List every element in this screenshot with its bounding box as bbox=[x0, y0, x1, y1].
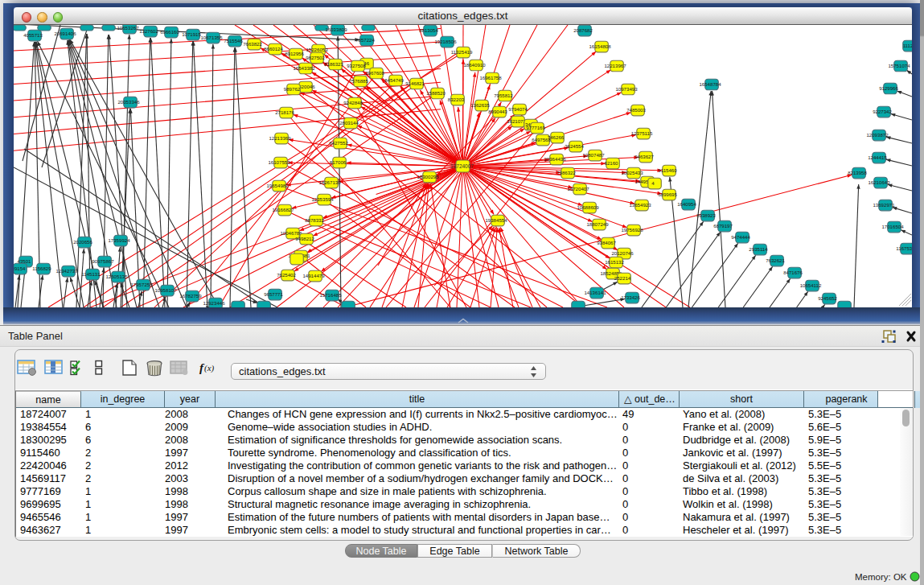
svg-text:3624554: 3624554 bbox=[565, 143, 584, 149]
svg-text:10653267: 10653267 bbox=[117, 25, 139, 31]
svg-text:6879197: 6879197 bbox=[713, 223, 733, 229]
svg-text:9245652: 9245652 bbox=[818, 295, 837, 301]
svg-text:(x): (x) bbox=[204, 363, 215, 373]
svg-text:1362635: 1362635 bbox=[470, 102, 490, 108]
svg-text:10973493: 10973493 bbox=[615, 86, 638, 92]
svg-text:2718176: 2718176 bbox=[275, 109, 294, 115]
svg-text:15720407: 15720407 bbox=[567, 186, 589, 192]
svg-text:989762: 989762 bbox=[284, 86, 301, 92]
svg-text:7625402: 7625402 bbox=[277, 272, 296, 278]
svg-text:9657771: 9657771 bbox=[264, 291, 283, 297]
svg-text:9777169: 9777169 bbox=[526, 125, 545, 130]
svg-text:9498212: 9498212 bbox=[295, 236, 314, 241]
svg-text:18724007: 18724007 bbox=[450, 163, 474, 169]
svg-text:2803144: 2803144 bbox=[339, 120, 359, 126]
svg-text:7986322: 7986322 bbox=[556, 170, 576, 175]
svg-text:2020656: 2020656 bbox=[73, 239, 92, 245]
svg-text:252214: 252214 bbox=[614, 275, 631, 281]
svg-text:817006: 817006 bbox=[330, 159, 347, 165]
svg-text:15716485: 15716485 bbox=[319, 292, 342, 298]
svg-text:90975867: 90975867 bbox=[92, 258, 114, 264]
svg-text:1733426: 1733426 bbox=[621, 295, 640, 300]
svg-text:20691406: 20691406 bbox=[54, 31, 76, 36]
svg-text:20120746: 20120746 bbox=[611, 250, 634, 256]
svg-text:12213967: 12213967 bbox=[604, 63, 626, 68]
svg-text:6966160: 6966160 bbox=[160, 29, 179, 35]
svg-text:2087682: 2087682 bbox=[573, 27, 593, 33]
svg-text:746266: 746266 bbox=[548, 134, 565, 140]
svg-text:8813054: 8813054 bbox=[419, 27, 438, 33]
svg-text:16782759: 16782759 bbox=[179, 293, 202, 299]
svg-text:19166827: 19166827 bbox=[272, 207, 294, 212]
svg-text:8990443: 8990443 bbox=[488, 109, 507, 114]
svg-text:9794074: 9794074 bbox=[508, 106, 528, 112]
svg-text:20364436: 20364436 bbox=[544, 156, 566, 162]
svg-text:17016504: 17016504 bbox=[881, 224, 904, 229]
svg-text:9146821: 9146821 bbox=[405, 80, 425, 86]
svg-text:12375115: 12375115 bbox=[631, 130, 653, 136]
svg-text:10654112: 10654112 bbox=[800, 282, 822, 288]
svg-text:8471676: 8471676 bbox=[783, 270, 803, 275]
svg-text:1071915: 1071915 bbox=[182, 31, 201, 37]
svg-text:10025433: 10025433 bbox=[621, 170, 643, 175]
svg-text:9115460: 9115460 bbox=[658, 167, 677, 173]
svg-text:19218506: 19218506 bbox=[434, 39, 457, 44]
svg-text:10688609: 10688609 bbox=[577, 204, 599, 210]
svg-text:8912956: 8912956 bbox=[285, 51, 304, 56]
svg-text:18807249: 18807249 bbox=[586, 221, 609, 227]
svg-text:7663822: 7663822 bbox=[243, 41, 262, 47]
svg-text:12353594: 12353594 bbox=[311, 196, 334, 202]
svg-text:10807487: 10807487 bbox=[582, 152, 605, 158]
svg-text:14136141: 14136141 bbox=[584, 290, 606, 295]
svg-text:8213958: 8213958 bbox=[848, 170, 867, 175]
svg-text:1244415: 1244415 bbox=[868, 154, 887, 160]
svg-text:6899695: 6899695 bbox=[658, 192, 677, 197]
svg-text:14914479: 14914479 bbox=[302, 273, 325, 278]
svg-text:19756928: 19756928 bbox=[621, 227, 643, 233]
svg-text:9474444: 9474444 bbox=[731, 234, 750, 240]
svg-text:16961758: 16961758 bbox=[479, 75, 502, 80]
svg-text:17957253: 17957253 bbox=[130, 282, 153, 287]
svg-text:17359924: 17359924 bbox=[108, 237, 130, 243]
svg-text:7576885: 7576885 bbox=[349, 78, 368, 84]
svg-text:2935114: 2935114 bbox=[749, 246, 768, 252]
svg-text:18640910: 18640910 bbox=[463, 62, 486, 68]
svg-text:9827502: 9827502 bbox=[306, 55, 325, 60]
svg-text:18300295: 18300295 bbox=[417, 174, 439, 179]
svg-text:9227342: 9227342 bbox=[873, 109, 892, 114]
svg-text:12505135: 12505135 bbox=[105, 274, 128, 279]
svg-text:39154: 39154 bbox=[14, 266, 26, 271]
svg-text:1621072: 1621072 bbox=[507, 118, 526, 124]
svg-text:19384554: 19384554 bbox=[485, 217, 507, 223]
svg-text:12213369: 12213369 bbox=[269, 135, 291, 141]
svg-text:15226053: 15226053 bbox=[306, 47, 328, 52]
svg-text:16548784: 16548784 bbox=[699, 81, 721, 87]
svg-text:13654923: 13654923 bbox=[629, 202, 651, 208]
svg-text:11325419: 11325419 bbox=[451, 49, 473, 55]
svg-text:16154808: 16154808 bbox=[589, 43, 611, 49]
svg-text:9242848: 9242848 bbox=[343, 100, 363, 105]
svg-text:9327508: 9327508 bbox=[347, 63, 366, 68]
svg-text:1327602: 1327602 bbox=[139, 28, 158, 34]
svg-text:8427552: 8427552 bbox=[329, 140, 348, 146]
svg-text:12342737: 12342737 bbox=[55, 268, 78, 274]
svg-text:7857224: 7857224 bbox=[355, 37, 375, 43]
svg-text:1156829: 1156829 bbox=[32, 266, 51, 271]
svg-text:10046786: 10046786 bbox=[280, 230, 302, 236]
svg-text:8454749: 8454749 bbox=[384, 77, 404, 83]
svg-text:13692971: 13692971 bbox=[873, 202, 895, 208]
svg-text:2967608: 2967608 bbox=[365, 70, 384, 76]
svg-text:16107553: 16107553 bbox=[268, 159, 290, 165]
svg-text:8938923: 8938923 bbox=[696, 212, 716, 218]
svg-text:10958107: 10958107 bbox=[154, 287, 177, 293]
svg-text:7632621: 7632621 bbox=[766, 257, 785, 263]
svg-text:62160: 62160 bbox=[605, 160, 619, 166]
svg-text:8186323: 8186323 bbox=[324, 61, 343, 67]
svg-text:1615132: 1615132 bbox=[605, 259, 624, 265]
svg-text:16543382: 16543382 bbox=[293, 65, 315, 71]
svg-text:8660124: 8660124 bbox=[264, 46, 283, 51]
svg-text:18267130: 18267130 bbox=[318, 179, 341, 185]
svg-text:12923446: 12923446 bbox=[203, 300, 225, 306]
svg-text:1145131: 1145131 bbox=[81, 271, 101, 277]
svg-text:9384067: 9384067 bbox=[597, 240, 616, 245]
